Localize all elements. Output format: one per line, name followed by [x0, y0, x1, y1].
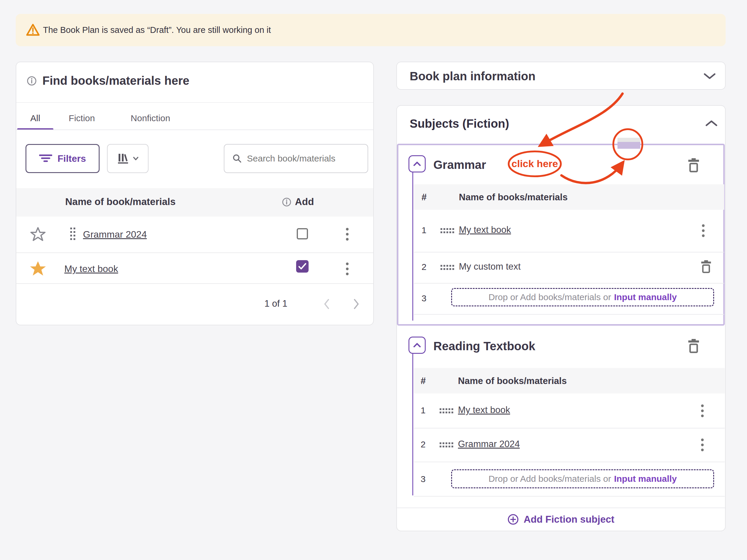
- tab-all-label: All: [30, 113, 40, 123]
- add-checkbox-unchecked[interactable]: [297, 228, 308, 239]
- filters-button-label: Filters: [57, 153, 86, 164]
- section-connector-line: [412, 354, 413, 496]
- drop-zone-text: Drop or Add books/materials or: [489, 474, 611, 484]
- row-divider: [414, 496, 725, 497]
- check-icon: [299, 263, 306, 270]
- page: The Book Plan is saved as “Draft”. You a…: [0, 0, 747, 560]
- warning-triangle-icon: [26, 23, 40, 37]
- name-column-header: Name of books/materials: [459, 192, 568, 203]
- chevron-down-icon: [133, 157, 138, 160]
- add-checkbox-checked[interactable]: [296, 260, 309, 273]
- tab-fiction[interactable]: Fiction: [62, 107, 101, 130]
- books-table-header: Name of book/materials Add: [16, 188, 373, 217]
- plus-circle-icon: [508, 514, 519, 525]
- drop-zone-text: Drop or Add books/materials or: [489, 292, 611, 302]
- num-column-header: #: [421, 192, 427, 203]
- star-outline-icon[interactable]: [30, 226, 46, 244]
- input-manually-link[interactable]: Input manually: [614, 292, 677, 302]
- row-number: 3: [421, 474, 426, 484]
- subjects-card: Subjects (Fiction) Grammar: [396, 105, 726, 531]
- search-icon: [233, 154, 241, 163]
- library-sort-button[interactable]: [107, 144, 149, 173]
- add-info-icon: [282, 197, 291, 208]
- library-icon: [117, 153, 129, 164]
- table-row: 1 My text book: [414, 394, 725, 428]
- draft-warning-text: The Book Plan is saved as “Draft”. You a…: [43, 14, 271, 46]
- pagination-label: 1 of 1: [264, 298, 287, 309]
- table-row: 2 Grammar 2024: [414, 428, 725, 462]
- kebab-menu-icon[interactable]: [701, 404, 704, 417]
- kebab-menu-icon[interactable]: [346, 228, 349, 241]
- tab-all[interactable]: All: [17, 107, 53, 130]
- book-link[interactable]: My text book: [458, 405, 510, 416]
- star-filled-icon[interactable]: [29, 260, 47, 278]
- click-here-annotation: click here: [509, 158, 560, 169]
- subject-title: Reading Textbook: [433, 340, 535, 353]
- row-number: 1: [421, 405, 426, 416]
- book-link[interactable]: My text book: [459, 224, 511, 235]
- row-number: 2: [421, 439, 426, 450]
- chevron-up-icon: [413, 161, 421, 166]
- filter-icon: [39, 154, 52, 163]
- table-row: 2 My custom text: [414, 252, 724, 283]
- row-number: 1: [421, 225, 427, 235]
- row-divider: [414, 462, 725, 462]
- table-row: My text book: [16, 252, 373, 286]
- find-books-panel: Find books/materials here All Fiction No…: [16, 62, 374, 325]
- collapse-section-button[interactable]: [409, 337, 426, 354]
- drop-zone[interactable]: Drop or Add books/materials or Input man…: [451, 288, 714, 306]
- book-plan-info-card[interactable]: Book plan information: [396, 62, 726, 90]
- scrollbar-track-fragment: [617, 138, 640, 142]
- name-column-header: Name of books/materials: [458, 376, 567, 386]
- kebab-menu-icon[interactable]: [701, 438, 704, 451]
- chevron-down-icon[interactable]: [704, 73, 716, 81]
- drag-handle-icon[interactable]: [440, 228, 454, 235]
- book-link[interactable]: My text book: [64, 263, 118, 274]
- kebab-menu-icon[interactable]: [346, 263, 349, 275]
- draft-warning-banner: The Book Plan is saved as “Draft”. You a…: [16, 14, 726, 46]
- book-link[interactable]: Grammar 2024: [83, 229, 147, 240]
- drag-handle-icon[interactable]: [440, 408, 453, 415]
- trash-icon[interactable]: [687, 339, 700, 355]
- panel-title: Find books/materials here: [43, 74, 189, 87]
- input-manually-link[interactable]: Input manually: [614, 474, 677, 484]
- num-column-header: #: [421, 376, 426, 386]
- section-connector-line: [412, 172, 413, 321]
- subjects-title: Subjects (Fiction): [410, 117, 509, 130]
- table-row: Grammar 2024: [16, 217, 373, 252]
- tabs-divider: [16, 130, 373, 130]
- drag-handle-icon[interactable]: [440, 265, 454, 271]
- page-prev-icon[interactable]: [324, 299, 330, 311]
- row-number: 3: [421, 293, 427, 303]
- chevron-up-icon: [413, 343, 421, 348]
- row-divider: [16, 283, 373, 284]
- table-row: 1 My text book: [414, 210, 724, 252]
- custom-text-label: My custom text: [459, 261, 520, 272]
- search-input[interactable]: [246, 153, 367, 164]
- scrollbar-thumb-fragment: [617, 142, 640, 149]
- chevron-up-icon[interactable]: [705, 120, 717, 128]
- row-divider: [414, 314, 724, 315]
- tab-nonfiction[interactable]: Nonfiction: [122, 107, 179, 130]
- add-fiction-subject-button[interactable]: Add Fiction subject: [397, 508, 725, 531]
- book-link[interactable]: Grammar 2024: [458, 439, 520, 450]
- name-column-header: Name of book/materials: [65, 196, 176, 207]
- book-plan-info-title: Book plan information: [410, 70, 535, 83]
- trash-icon[interactable]: [700, 260, 712, 275]
- drag-handle-icon[interactable]: [70, 228, 76, 242]
- subject-section-grammar: Grammar # Name of books/materials 1: [397, 144, 725, 326]
- add-column-header: Add: [295, 196, 314, 207]
- filters-button[interactable]: Filters: [25, 144, 100, 173]
- drag-handle-icon[interactable]: [440, 443, 453, 449]
- collapse-section-button[interactable]: [409, 155, 426, 172]
- row-number: 2: [421, 262, 427, 272]
- section-table-header: # Name of books/materials: [414, 368, 725, 394]
- page-next-icon[interactable]: [353, 299, 360, 311]
- add-fiction-subject-label: Add Fiction subject: [523, 514, 614, 525]
- section-table-header: # Name of books/materials: [414, 184, 724, 210]
- trash-icon[interactable]: [687, 158, 700, 174]
- kebab-menu-icon[interactable]: [702, 224, 704, 237]
- info-icon: [27, 76, 37, 87]
- drop-zone[interactable]: Drop or Add books/materials or Input man…: [451, 469, 714, 488]
- tab-fiction-label: Fiction: [69, 113, 95, 123]
